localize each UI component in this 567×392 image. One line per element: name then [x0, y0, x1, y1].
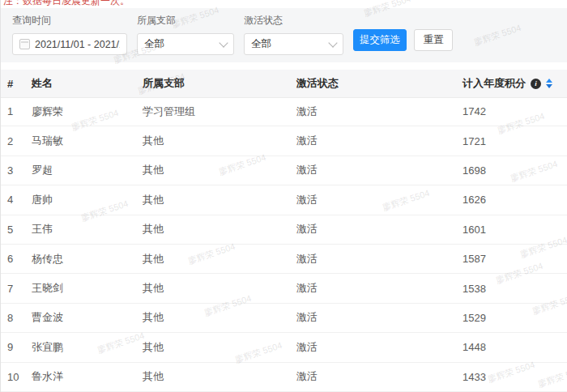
date-range-value[interactable]	[35, 39, 120, 50]
cell-status: 激活	[296, 163, 463, 177]
branch-select[interactable]: 全部	[137, 33, 234, 55]
cell-branch: 其他	[143, 193, 296, 207]
sort-carets-icon[interactable]	[546, 79, 552, 88]
cell-branch: 其他	[143, 222, 296, 236]
cell-name: 鲁水洋	[32, 369, 143, 384]
status-select-value: 全部	[251, 37, 271, 51]
table-row: 7 王晓剑 其他 激活 1538	[1, 274, 567, 303]
table-row: 6 杨传忠 其他 激活 1587	[1, 245, 567, 274]
cell-branch: 学习管理组	[143, 104, 296, 119]
cell-points: 1626	[463, 194, 561, 206]
cell-branch: 其他	[143, 134, 296, 148]
col-name: 姓名	[32, 76, 143, 91]
col-rank: #	[7, 78, 32, 90]
cell-name: 唐帅	[32, 193, 143, 207]
table-row: 3 罗超 其他 激活 1698	[1, 156, 567, 185]
cell-rank: 5	[7, 224, 32, 236]
cell-rank: 9	[7, 341, 32, 353]
top-red-note: 注：数据每日凌晨更新一次。	[3, 0, 130, 8]
cell-name: 马瑞敏	[32, 134, 143, 148]
cell-points: 1448	[463, 341, 561, 353]
cell-status: 激活	[296, 193, 463, 207]
cell-name: 廖辉荣	[32, 104, 143, 119]
chevron-down-icon	[219, 38, 228, 47]
table-header: # 姓名 所属支部 激活状态 计入年度积分 i	[1, 70, 567, 98]
info-icon[interactable]: i	[531, 79, 541, 89]
cell-points: 1721	[463, 135, 561, 147]
cell-name: 王伟	[32, 222, 143, 236]
cell-name: 杨传忠	[32, 252, 143, 266]
status-group: 激活状态 全部	[244, 14, 343, 55]
cell-name: 张宜鹏	[32, 340, 143, 355]
cell-points: 1433	[463, 371, 561, 383]
points-ranking-page: 廖辉荣 5504廖辉荣 5504廖辉荣 5504廖辉荣 5504廖辉荣 5504…	[0, 0, 567, 392]
cell-rank: 2	[7, 135, 32, 147]
cell-branch: 其他	[143, 252, 296, 266]
table-row: 8 曹金波 其他 激活 1529	[1, 304, 567, 333]
cell-name: 罗超	[32, 163, 143, 177]
cell-rank: 3	[7, 164, 32, 177]
cell-status: 激活	[296, 340, 463, 355]
cell-status: 激活	[296, 104, 463, 119]
cell-rank: 10	[7, 371, 32, 383]
date-range-input[interactable]	[12, 33, 127, 55]
cell-status: 激活	[296, 281, 463, 296]
cell-status: 激活	[296, 222, 463, 236]
table-row: 4 唐帅 其他 激活 1626	[1, 185, 567, 215]
cell-rank: 8	[7, 312, 32, 324]
filter-panel: 查询时间 所属支部 全部 激活状态 全部 提交筛选 重置	[1, 8, 567, 62]
cell-name: 王晓剑	[32, 281, 143, 296]
cell-points: 1601	[463, 224, 561, 236]
cell-rank: 1	[7, 105, 32, 117]
cell-rank: 4	[7, 194, 32, 206]
submit-filter-button[interactable]: 提交筛选	[353, 29, 407, 51]
cell-points: 1698	[463, 164, 561, 177]
table-row: 10 鲁水洋 其他 激活 1433	[1, 363, 567, 392]
cell-points: 1587	[463, 253, 561, 265]
cell-branch: 其他	[143, 310, 296, 325]
cell-points: 1529	[463, 312, 561, 324]
branch-group: 所属支部 全部	[137, 14, 234, 55]
cell-branch: 其他	[143, 281, 296, 296]
sort-desc-icon[interactable]	[546, 84, 552, 88]
cell-status: 激活	[296, 310, 463, 325]
cell-rank: 7	[7, 283, 32, 295]
cell-status: 激活	[296, 369, 463, 384]
status-label: 激活状态	[244, 14, 343, 28]
col-points-label: 计入年度积分	[463, 76, 526, 91]
cell-branch: 其他	[143, 340, 296, 355]
chevron-down-icon	[328, 38, 337, 47]
table-body: 1 廖辉荣 学习管理组 激活 1742 2 马瑞敏 其他 激活 1721 3 罗…	[1, 97, 567, 392]
table-row: 5 王伟 其他 激活 1601	[1, 215, 567, 245]
table-row: 9 张宜鹏 其他 激活 1448	[1, 333, 567, 362]
sort-asc-icon[interactable]	[546, 79, 552, 83]
status-select[interactable]: 全部	[244, 33, 343, 55]
table-row: 1 廖辉荣 学习管理组 激活 1742	[1, 97, 567, 126]
cell-branch: 其他	[143, 369, 296, 384]
cell-rank: 6	[7, 253, 32, 265]
cell-branch: 其他	[143, 163, 296, 177]
cell-name: 曹金波	[32, 310, 143, 325]
branch-label: 所属支部	[137, 14, 234, 28]
col-status: 激活状态	[296, 76, 463, 91]
branch-select-value: 全部	[144, 37, 164, 51]
col-points: 计入年度积分 i	[463, 76, 561, 91]
cell-points: 1538	[463, 283, 561, 295]
cell-points: 1742	[463, 105, 561, 117]
table-row: 2 马瑞敏 其他 激活 1721	[1, 126, 567, 156]
cell-status: 激活	[296, 134, 463, 148]
reset-button[interactable]: 重置	[414, 29, 453, 51]
calendar-icon	[19, 39, 30, 49]
query-time-group: 查询时间	[12, 14, 127, 55]
col-branch: 所属支部	[143, 76, 296, 91]
query-time-label: 查询时间	[12, 14, 127, 28]
cell-status: 激活	[296, 252, 463, 266]
